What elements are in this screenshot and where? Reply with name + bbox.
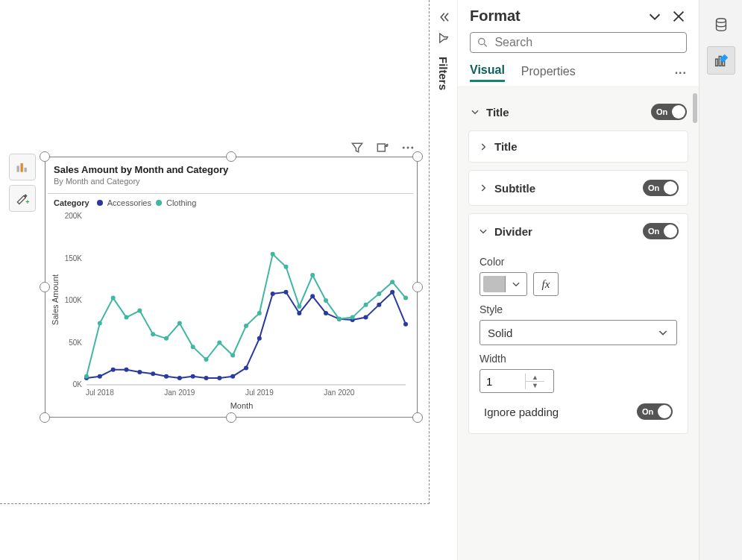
filters-label: Filters [437,57,450,90]
svg-point-40 [364,315,368,320]
svg-point-60 [297,304,301,309]
report-canvas[interactable]: + Sales Amount by Month and Category By … [0,0,430,504]
subsection-title-label: Title [494,140,518,153]
svg-point-62 [324,298,328,303]
svg-text:0K: 0K [73,380,83,388]
svg-point-30 [230,374,235,379]
tabs-more-icon[interactable]: ··· [675,66,687,80]
legend-title: Category [54,198,89,207]
svg-point-25 [164,374,169,379]
svg-point-65 [364,303,368,307]
svg-point-48 [137,309,142,313]
resize-handle[interactable] [412,282,423,292]
tab-visual[interactable]: Visual [470,63,505,82]
chevron-down-icon [506,273,526,295]
format-pane-icon[interactable] [707,46,735,75]
resize-handle[interactable] [40,282,50,292]
format-pane: Format Visual Properties ··· [458,0,699,560]
format-search[interactable] [470,32,687,53]
legend-item-accessories[interactable]: Accessories [107,198,151,207]
svg-text:Jul 2018: Jul 2018 [86,388,114,397]
svg-point-41 [377,303,381,307]
resize-handle[interactable] [412,412,423,423]
resize-handle[interactable] [226,151,236,162]
svg-text:Jan 2020: Jan 2020 [324,388,355,397]
search-input[interactable] [494,36,680,49]
divider-toggle[interactable]: On [643,223,679,239]
svg-point-20 [98,374,102,379]
close-icon[interactable] [670,8,687,25]
subsection-subtitle[interactable]: Subtitle On [469,171,688,205]
subsection-divider-label: Divider [494,225,532,238]
ignore-padding-label: Ignore padding [484,406,559,418]
fx-button[interactable]: fx [533,272,559,296]
title-toggle[interactable]: On [651,104,687,120]
chevron-down-icon[interactable] [647,8,663,25]
svg-text:50K: 50K [69,339,82,347]
chart-subtitle: By Month and Category [54,177,407,186]
svg-point-52 [191,345,195,349]
legend-item-clothing[interactable]: Clothing [166,198,196,207]
section-title[interactable]: Title On [465,96,691,128]
svg-text:150K: 150K [65,254,83,262]
svg-point-63 [337,317,342,321]
tab-properties[interactable]: Properties [521,65,576,81]
svg-point-61 [310,273,315,277]
focus-mode-icon[interactable] [375,140,390,155]
svg-point-5 [403,147,405,149]
fields-tool-button[interactable] [9,154,36,180]
svg-point-64 [350,315,355,320]
title-subcard: Title [468,130,688,163]
divider-color-label: Color [480,256,677,268]
divider-width-stepper[interactable]: ▲ ▼ [480,369,554,393]
svg-text:+: + [25,198,29,206]
step-up-icon[interactable]: ▲ [526,374,544,382]
svg-text:Jul 2019: Jul 2019 [245,388,274,397]
subsection-divider[interactable]: Divider On [469,214,688,248]
svg-text:Jan 2019: Jan 2019 [164,388,195,397]
legend-swatch-accessories [97,200,103,206]
svg-point-66 [377,292,381,296]
svg-point-33 [271,292,275,296]
svg-point-26 [177,376,182,380]
chart-visual-container[interactable]: Sales Amount by Month and Category By Mo… [45,157,418,418]
section-title-label: Title [486,106,509,119]
svg-point-59 [284,265,289,269]
svg-point-42 [390,290,394,295]
format-pane-title: Format [470,7,521,25]
filter-icon[interactable] [350,140,365,155]
color-swatch [483,276,506,292]
svg-point-71 [716,19,726,23]
resize-handle[interactable] [226,412,236,423]
divider-color-picker[interactable] [480,272,527,296]
format-tool-button[interactable]: + [9,185,36,212]
svg-point-54 [217,341,221,345]
data-pane-icon[interactable] [707,10,735,39]
visual-side-toolbar: + [9,154,36,212]
svg-point-31 [244,365,248,370]
legend-swatch-clothing [156,200,162,206]
resize-handle[interactable] [40,412,50,423]
subtitle-toggle[interactable]: On [643,180,679,196]
scrollbar-thumb[interactable] [693,93,697,123]
svg-point-55 [230,353,235,357]
chevron-right-icon [478,183,488,193]
resize-handle[interactable] [412,151,423,162]
subsection-title[interactable]: Title [469,131,688,162]
svg-rect-73 [719,57,721,66]
divider-style-select[interactable]: Solid [480,320,677,345]
collapse-chevron-icon[interactable] [437,10,450,24]
divider-style-label: Style [480,303,677,315]
filters-pane-collapsed[interactable]: Filters [430,0,458,560]
svg-rect-1 [21,163,23,172]
step-down-icon[interactable]: ▼ [526,382,544,389]
svg-point-49 [151,332,155,336]
svg-point-7 [411,147,413,149]
chevron-down-icon [470,107,480,117]
visual-header-icons [350,140,415,155]
chart-legend: Category Accessories Clothing [48,198,413,207]
ignore-padding-toggle[interactable]: On [637,403,673,420]
resize-handle[interactable] [40,151,50,162]
divider-width-input[interactable] [480,375,525,388]
svg-point-47 [125,315,129,320]
